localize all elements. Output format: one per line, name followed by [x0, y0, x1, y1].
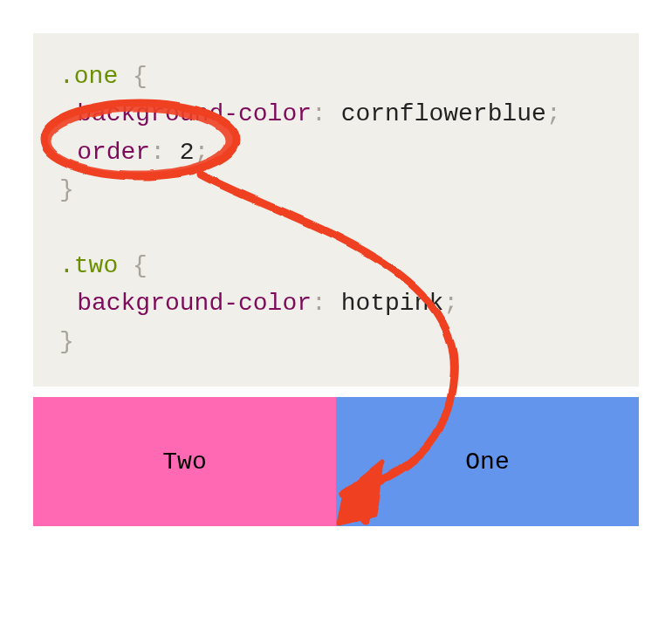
brace-open: {	[133, 252, 147, 279]
box-label: Two	[162, 449, 206, 476]
blank-line	[59, 209, 613, 247]
code-line: background-color: hotpink;	[59, 284, 613, 322]
css-property: background-color	[77, 100, 312, 127]
flex-demo: Two One	[33, 397, 639, 526]
brace-close: }	[59, 328, 74, 355]
code-block: .one { background-color: cornflowerblue;…	[33, 33, 639, 387]
semicolon: ;	[443, 290, 458, 317]
box-label: One	[465, 449, 509, 476]
colon: :	[150, 139, 165, 166]
css-property: order	[77, 139, 150, 166]
space	[326, 290, 341, 317]
space	[118, 63, 133, 90]
code-line: }	[59, 323, 613, 360]
demo-box-one: One	[336, 397, 639, 526]
css-property: background-color	[77, 290, 312, 317]
brace-close: }	[59, 176, 74, 203]
semicolon: ;	[546, 100, 561, 127]
code-line: }	[59, 171, 613, 209]
code-line: background-color: cornflowerblue;	[59, 95, 613, 133]
colon: :	[312, 290, 326, 317]
css-selector: .one	[59, 63, 118, 90]
code-line: .two {	[59, 247, 613, 284]
semicolon: ;	[195, 139, 209, 166]
space	[326, 100, 341, 127]
css-value: 2	[180, 139, 195, 166]
space	[165, 139, 180, 166]
brace-open: {	[133, 63, 147, 90]
css-selector: .two	[59, 252, 118, 279]
figure-wrap: .one { background-color: cornflowerblue;…	[0, 0, 672, 559]
code-line: order: 2;	[59, 134, 613, 171]
colon: :	[312, 100, 326, 127]
css-value: cornflowerblue	[341, 100, 546, 127]
css-value: hotpink	[341, 290, 444, 317]
code-line: .one {	[59, 58, 613, 95]
space	[118, 252, 133, 279]
demo-box-two: Two	[33, 397, 336, 526]
